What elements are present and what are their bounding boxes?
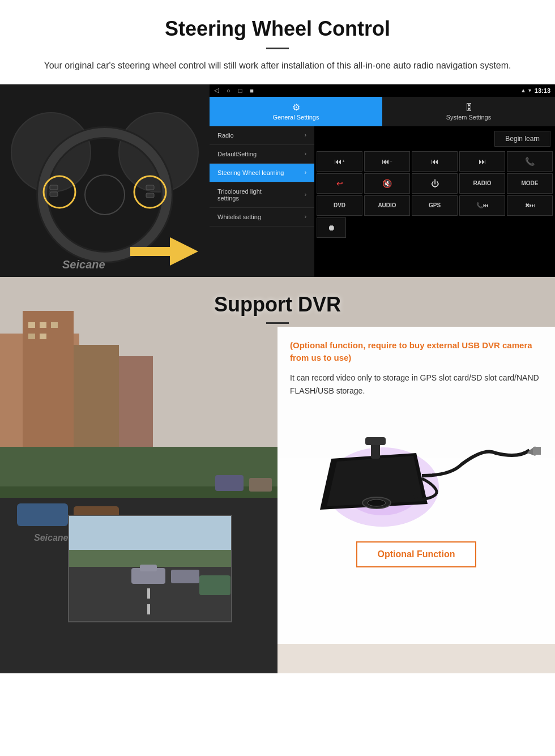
svg-rect-38 (249, 478, 272, 492)
dvr-section: Support DVR Seicane (Optional functi (0, 277, 555, 673)
svg-point-52 (368, 499, 386, 506)
optional-function-button[interactable]: Optional Function (356, 541, 477, 567)
ctrl-power[interactable]: ⏻ (412, 173, 458, 194)
ctrl-vol-down[interactable]: ⏮− (364, 151, 410, 172)
ctrl-prev-track[interactable]: ⏮ (412, 151, 458, 172)
dvr-description: It can record video only to storage in G… (290, 371, 543, 398)
ctrl-hangup[interactable]: ↩ (317, 173, 362, 194)
svg-rect-48 (199, 575, 230, 595)
title-divider (266, 48, 289, 49)
ctrl-radio[interactable]: RADIO (459, 173, 505, 194)
menu-icon[interactable]: ■ (250, 87, 254, 94)
steering-panel: Seicane ◁ ○ □ ■ ▲ ▾ 13:13 ⚙ General Sett… (0, 84, 555, 277)
svg-rect-13 (146, 185, 154, 190)
begin-learn-button[interactable]: Begin learn (494, 131, 550, 147)
menu-item-whitelist[interactable]: Whitelist setting › (210, 208, 314, 227)
dvr-optional-notice: (Optional function, require to buy exter… (290, 339, 543, 365)
ctrl-vol-up[interactable]: ⏮+ (317, 151, 362, 172)
menu-item-defaultsetting[interactable]: DefaultSetting › (210, 145, 314, 164)
svg-rect-22 (74, 345, 119, 458)
steering-chevron-icon: › (305, 169, 306, 176)
defaultsetting-chevron-icon: › (305, 151, 306, 157)
signal-icon: ▲ (520, 87, 526, 93)
settings-tabs: ⚙ General Settings 🎛 System Settings (210, 97, 555, 126)
svg-rect-43 (147, 588, 150, 599)
subtitle-text: Your original car's steering wheel contr… (34, 58, 521, 73)
page-title: Steering Wheel Control (34, 17, 521, 41)
ctrl-row-3: DVD AUDIO GPS 📞⏮ ✖⏭ (317, 195, 553, 216)
dvr-screenshot (68, 515, 232, 622)
tricoloured-chevron-icon: › (305, 191, 306, 198)
dvr-title: Support DVR (0, 293, 555, 317)
ctrl-row-2: ↩ 🔇 ⏻ RADIO MODE (317, 173, 553, 194)
svg-rect-14 (146, 193, 154, 198)
svg-rect-47 (171, 570, 199, 583)
android-statusbar: ◁ ○ □ ■ ▲ ▾ 13:13 (210, 84, 555, 97)
svg-point-1 (11, 113, 91, 192)
svg-rect-37 (215, 475, 244, 491)
ctrl-row-4: ⏺ (317, 217, 553, 238)
tab-system[interactable]: 🎛 System Settings (382, 97, 555, 126)
menu-item-tricoloured[interactable]: Tricoloured lightsettings › (210, 182, 314, 208)
menu-item-whitelist-label: Whitelist setting (217, 213, 261, 220)
menu-controls: Radio › DefaultSetting › Steering Wheel … (210, 126, 555, 277)
svg-rect-40 (69, 550, 232, 567)
header-section: Steering Wheel Control Your original car… (0, 0, 555, 84)
ctrl-mute[interactable]: 🔇 (364, 173, 410, 194)
system-tab-label: System Settings (446, 114, 491, 121)
general-tab-label: General Settings (273, 114, 319, 121)
svg-rect-55 (533, 447, 541, 455)
menu-item-defaultsetting-label: DefaultSetting (217, 151, 257, 157)
dvr-watermark: Seicane (34, 533, 68, 543)
controls-panel: Begin learn ⏮+ ⏮− ⏮ ⏭ 📞 ↩ 🔇 ⏻ RADIO MODE (314, 126, 555, 277)
steering-image-area: Seicane (0, 84, 210, 277)
tab-general[interactable]: ⚙ General Settings (210, 97, 382, 126)
statusbar-time: 13:13 (535, 87, 550, 94)
ctrl-dvd[interactable]: DVD (317, 195, 362, 216)
recents-icon[interactable]: □ (238, 87, 242, 94)
svg-rect-23 (119, 356, 153, 458)
menu-item-radio-label: Radio (217, 132, 234, 139)
svg-point-2 (119, 113, 198, 192)
svg-text:Seicane: Seicane (62, 258, 105, 271)
home-icon[interactable]: ○ (227, 87, 230, 94)
back-icon[interactable]: ◁ (214, 87, 219, 94)
svg-rect-12 (50, 192, 58, 197)
dvr-camera-illustration (290, 402, 543, 538)
ctrl-gps[interactable]: GPS (412, 195, 458, 216)
svg-rect-11 (50, 185, 58, 190)
ctrl-record[interactable]: ⏺ (317, 217, 346, 238)
svg-rect-46 (140, 565, 157, 571)
menu-item-steering-label: Steering Wheel learning (217, 169, 284, 176)
ctrl-skip-next[interactable]: ✖⏭ (507, 195, 553, 216)
dvr-divider (266, 322, 289, 324)
dvr-title-area: Support DVR (0, 277, 555, 335)
ctrl-next-track[interactable]: ⏭ (459, 151, 505, 172)
ctrl-call-prev[interactable]: 📞⏮ (459, 195, 505, 216)
menu-item-steering[interactable]: Steering Wheel learning › (210, 164, 314, 182)
ctrl-audio[interactable]: AUDIO (364, 195, 410, 216)
system-tab-icon: 🎛 (464, 102, 473, 113)
whitelist-chevron-icon: › (305, 213, 306, 220)
ctrl-row-1: ⏮+ ⏮− ⏮ ⏭ 📞 (317, 151, 553, 172)
menu-item-radio[interactable]: Radio › (210, 126, 314, 145)
radio-chevron-icon: › (305, 132, 306, 138)
wifi-icon: ▾ (528, 87, 531, 93)
begin-learn-row: Begin learn (317, 129, 553, 149)
svg-rect-44 (147, 604, 150, 614)
svg-rect-54 (365, 437, 386, 445)
ctrl-mode[interactable]: MODE (507, 173, 553, 194)
svg-rect-16 (130, 247, 171, 256)
svg-point-8 (85, 175, 125, 215)
android-ui: ◁ ○ □ ■ ▲ ▾ 13:13 ⚙ General Settings 🎛 S… (210, 84, 555, 277)
menu-item-tricoloured-label: Tricoloured lightsettings (217, 188, 262, 202)
dvr-content-card: (Optional function, require to buy exter… (278, 327, 555, 644)
ctrl-call[interactable]: 📞 (507, 151, 553, 172)
svg-rect-35 (17, 503, 68, 526)
menu-list: Radio › DefaultSetting › Steering Wheel … (210, 126, 314, 277)
general-tab-icon: ⚙ (292, 102, 300, 113)
